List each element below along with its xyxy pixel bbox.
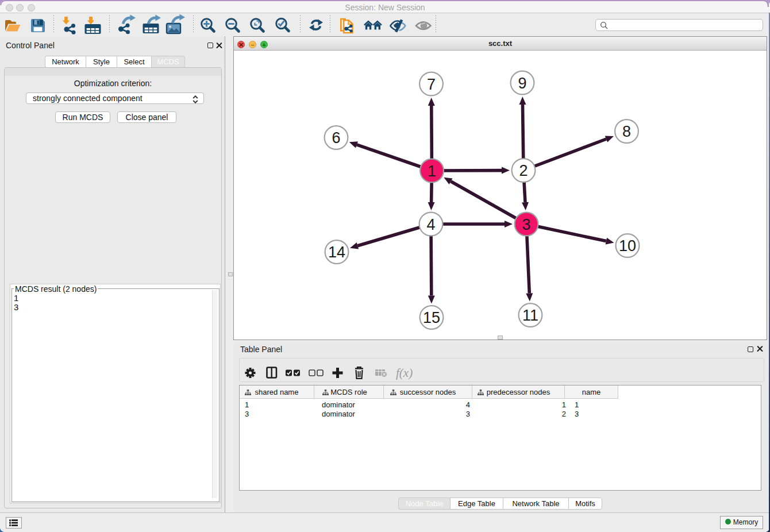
- svg-text:7: 7: [427, 76, 436, 93]
- svg-text:15: 15: [423, 309, 440, 326]
- svg-text:2: 2: [519, 162, 528, 179]
- svg-text:6: 6: [332, 129, 340, 147]
- svg-text:14: 14: [328, 244, 345, 261]
- svg-text:11: 11: [522, 307, 538, 324]
- svg-text:8: 8: [622, 123, 631, 140]
- svg-text:10: 10: [619, 237, 636, 255]
- svg-text:4: 4: [426, 216, 435, 233]
- svg-text:f(x): f(x): [396, 366, 413, 380]
- svg-text:9: 9: [518, 75, 526, 92]
- svg-text:3: 3: [522, 216, 530, 233]
- svg-text:1: 1: [428, 163, 436, 180]
